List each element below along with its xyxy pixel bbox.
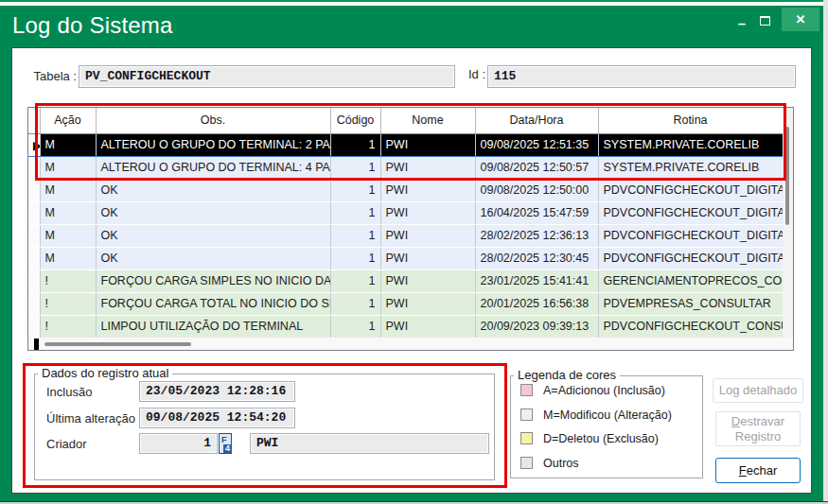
table-row[interactable]: !LIMPOU UTILIZAÇÃO DO TERMINAL1PWI20/09/…	[28, 315, 783, 338]
cell-rot: PDVEMPRESAS_CONSULTAR	[598, 292, 783, 315]
log-detalhado-button[interactable]: Log detalhado	[713, 378, 803, 403]
row-selector-cell[interactable]: ▶	[28, 133, 40, 156]
cell-acao: !	[40, 292, 96, 315]
row-selector-cell[interactable]	[28, 179, 40, 201]
cell-obs: ALTEROU O GRUPO DO TERMINAL: 4 PARA 2.	[96, 156, 330, 179]
tabela-label: Tabela :	[27, 69, 77, 83]
cell-cod: 1	[330, 315, 380, 338]
window-title: Log do Sistema	[12, 12, 173, 39]
column-header-nome[interactable]: Nome	[380, 108, 475, 133]
table-row[interactable]: ▶MALTEROU O GRUPO DO TERMINAL: 2 PARA 4.…	[28, 133, 783, 156]
row-selector-cell[interactable]	[28, 224, 40, 247]
minimize-button[interactable]: –	[731, 8, 753, 32]
cell-obs: OK	[96, 179, 330, 201]
cell-rot: PDVCONFIGCHECKOUT_DIGITAR	[598, 247, 783, 269]
ultima-alteracao-field[interactable]: 09/08/2025 12:54:20	[139, 408, 295, 428]
cell-rot: PDVCONFIGCHECKOUT_DIGITAR	[598, 224, 783, 247]
table-row[interactable]: MOK1PWI16/04/2025 15:47:59PDVCONFIGCHECK…	[28, 201, 783, 224]
cell-nome: PWI	[380, 133, 475, 156]
minimize-icon: –	[738, 15, 746, 31]
column-header-rotina[interactable]: Rotina	[598, 108, 783, 133]
fechar-button[interactable]: Fechar	[715, 458, 801, 483]
legend-label: Outros	[543, 457, 579, 470]
cell-acao: M	[40, 224, 96, 247]
row-selector-cell[interactable]	[28, 201, 40, 224]
row-selector-cell[interactable]	[28, 292, 40, 315]
vertical-scrollbar[interactable]	[783, 108, 793, 338]
legend-swatch-icon	[520, 408, 533, 421]
column-header-obs-[interactable]: Obs.	[96, 108, 330, 133]
legend-item: D=Deletou (Exclusão)	[511, 432, 702, 447]
cell-acao: !	[40, 269, 96, 292]
row-selector-header	[28, 108, 40, 133]
window-right-edge	[823, 0, 828, 504]
table-row[interactable]: MOK1PWI28/02/2025 12:36:13PDVCONFIGCHECK…	[28, 224, 783, 247]
legenda-group-title: Legenda de cores	[514, 368, 620, 382]
grid-header-row: AçãoObs.CódigoNomeData/HoraRotina	[28, 108, 783, 133]
log-detalhado-label: Log detalhado	[719, 383, 797, 397]
table-row[interactable]: !FORÇOU CARGA SIMPLES NO INICIO DA VENDA…	[28, 269, 783, 292]
legend-swatch-icon	[520, 457, 533, 469]
vertical-scrollbar-thumb[interactable]	[785, 127, 789, 225]
legend-label: A=Adicionou (Inclusão)	[543, 384, 665, 397]
window-controls: – ✕	[731, 8, 819, 32]
registro-groupbox: Dados do registro atual Inclusão 23/05/2…	[34, 374, 495, 480]
inclusao-field[interactable]: 23/05/2023 12:28:16	[139, 381, 295, 402]
cell-data: 20/01/2025 16:56:38	[475, 292, 598, 315]
cell-cod: 1	[330, 269, 380, 292]
ultima-alteracao-label: Última alteração	[46, 411, 135, 426]
cell-nome: PWI	[380, 224, 475, 247]
cell-obs: FORÇOU CARGA TOTAL NO INICIO DO SISTEMA	[96, 292, 330, 315]
cell-rot: SYSTEM.PRIVATE.CORELIB	[598, 133, 783, 156]
row-selector-cell[interactable]	[28, 247, 40, 269]
horizontal-scrollbar-thumb[interactable]	[44, 342, 191, 346]
row-selector-cell[interactable]	[28, 156, 40, 179]
legend-item: A=Adicionou (Inclusão)	[511, 384, 702, 399]
criador-label: Criador	[46, 437, 87, 451]
cell-nome: PWI	[380, 315, 475, 338]
cell-nome: PWI	[380, 201, 475, 224]
column-header-data-hora[interactable]: Data/Hora	[475, 108, 598, 133]
tabela-input[interactable]: PV_CONFIGCHECKOUT	[79, 65, 455, 88]
column-header-a-o[interactable]: Ação	[40, 108, 96, 133]
cell-data: 09/08/2025 12:50:57	[475, 156, 598, 179]
horizontal-scrollbar[interactable]	[28, 338, 793, 350]
legend-swatch-icon	[520, 384, 533, 396]
cell-cod: 1	[330, 156, 380, 179]
cell-cod: 1	[330, 201, 380, 224]
destravar-registro-button[interactable]: Destravar Registro	[715, 411, 801, 446]
cell-rot: PDVCONFIGCHECKOUT_DIGITAR	[598, 179, 783, 201]
cell-acao: M	[40, 201, 96, 224]
table-row[interactable]: MOK1PWI09/08/2025 12:50:00PDVCONFIGCHECK…	[28, 179, 783, 201]
legenda-groupbox: Legenda de cores A=Adicionou (Inclusão)M…	[510, 375, 703, 478]
cell-cod: 1	[330, 292, 380, 315]
criador-nome-field[interactable]: PWI	[250, 433, 489, 454]
table-row[interactable]: !FORÇOU CARGA TOTAL NO INICIO DO SISTEMA…	[28, 292, 783, 315]
table-row[interactable]: MALTEROU O GRUPO DO TERMINAL: 4 PARA 2.1…	[28, 156, 783, 179]
dialog-content: Tabela : PV_CONFIGCHECKOUT Id : 115 Ação…	[11, 47, 812, 494]
cell-data: 20/09/2023 09:39:13	[475, 315, 598, 338]
cell-data: 09/08/2025 12:51:35	[475, 133, 598, 156]
legend-label: D=Deletou (Exclusão)	[543, 432, 659, 445]
cell-rot: PDVCONFIGCHECKOUT_CONSULTAR	[598, 315, 783, 338]
legend-item: M=Modificou (Alteração)	[511, 408, 702, 424]
maximize-button[interactable]	[753, 8, 776, 32]
row-selector-cell[interactable]	[28, 315, 40, 338]
f4-lookup-button[interactable]: F 4	[219, 433, 232, 454]
cell-obs: ALTEROU O GRUPO DO TERMINAL: 2 PARA 4.	[96, 133, 330, 156]
cell-obs: LIMPOU UTILIZAÇÃO DO TERMINAL	[96, 315, 330, 338]
legend-item: Outros	[511, 457, 702, 472]
cell-data: 28/02/2025 12:30:45	[475, 247, 598, 269]
row-selector-cell[interactable]	[28, 269, 40, 292]
id-input[interactable]: 115	[487, 65, 796, 88]
cell-data: 28/02/2025 12:36:13	[475, 224, 598, 247]
criador-codigo-field[interactable]: 1	[139, 433, 218, 454]
log-grid: AçãoObs.CódigoNomeData/HoraRotina ▶MALTE…	[27, 107, 794, 351]
cell-data: 16/04/2025 15:47:59	[475, 201, 598, 224]
table-row[interactable]: MOK1PWI28/02/2025 12:30:45PDVCONFIGCHECK…	[28, 247, 783, 269]
cell-obs: FORÇOU CARGA SIMPLES NO INICIO DA VENDA	[96, 269, 330, 292]
cell-obs: OK	[96, 201, 330, 224]
column-header-c-digo[interactable]: Código	[330, 108, 380, 133]
log-grid-table: AçãoObs.CódigoNomeData/HoraRotina ▶MALTE…	[28, 108, 784, 339]
close-button[interactable]: ✕	[782, 8, 819, 31]
